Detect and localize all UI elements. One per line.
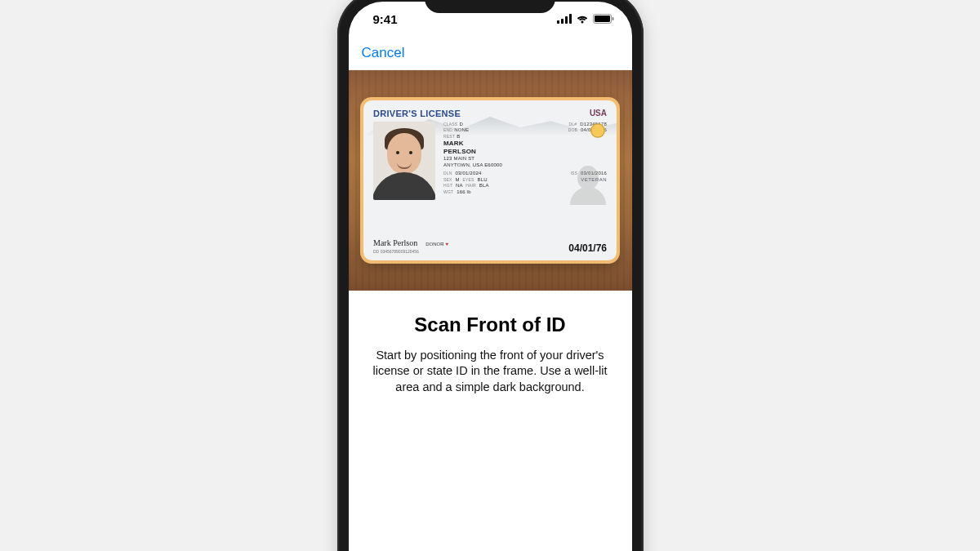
svg-rect-1 [561,19,564,24]
id-dd: 03456789009120456 [381,249,419,254]
phone-notch [425,0,555,13]
camera-viewfinder[interactable]: DRIVER'S LICENSE USA CLASSD ENDNONE REST… [349,70,632,291]
phone-frame: 9:41 Cancel DRIVER'S LICENS [337,0,644,551]
heart-icon: ♥ [446,242,449,247]
id-card-preview: DRIVER'S LICENSE USA CLASSD ENDNONE REST… [363,100,617,260]
id-ghost-photo [571,161,605,205]
id-signature: Mark Perlson [373,238,417,247]
id-big-date: 04/01/76 [568,242,607,254]
status-indicators [557,12,614,26]
instructions-title: Scan Front of ID [372,313,609,336]
battery-icon [593,12,614,26]
id-country: USA [590,109,607,118]
svg-rect-6 [612,17,613,20]
id-firstname: MARK [443,140,502,148]
cellular-icon [557,12,572,26]
id-title: DRIVER'S LICENSE [373,109,461,118]
id-photo [373,122,435,200]
status-time: 9:41 [373,12,398,26]
id-donor: DONOR♥ [425,242,448,247]
svg-rect-5 [595,16,610,22]
svg-rect-2 [565,16,568,24]
instructions-panel: Scan Front of ID Start by positioning th… [349,291,632,396]
id-address1: 123 MAIN ST [443,156,502,162]
instructions-body: Start by positioning the front of your d… [372,348,609,396]
id-lastname: PERLSON [443,148,502,156]
svg-rect-3 [569,14,572,24]
phone-screen: 9:41 Cancel DRIVER'S LICENS [349,2,632,552]
nav-bar: Cancel [349,38,632,70]
id-address2: ANYTOWN, USA E60000 [443,162,502,169]
svg-rect-0 [557,20,559,24]
cancel-button[interactable]: Cancel [362,45,405,61]
real-id-star-icon [590,123,605,138]
wifi-icon [576,12,589,26]
